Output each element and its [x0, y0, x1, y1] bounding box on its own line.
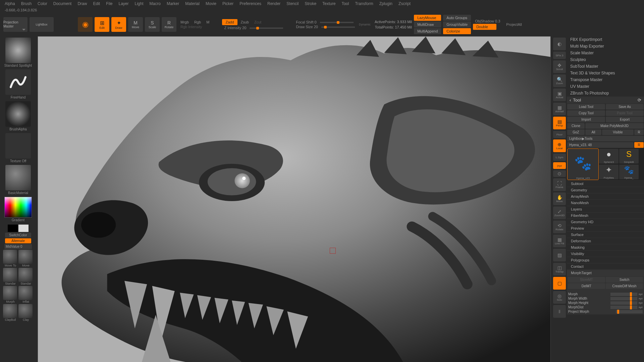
tool-thumb[interactable]: ●Sphere3: [599, 149, 619, 164]
plugin-item[interactable]: Multi Map Exporter: [567, 43, 644, 50]
section-surface[interactable]: Surface: [567, 231, 644, 238]
menu-item[interactable]: Texture: [322, 1, 335, 6]
section-deformation[interactable]: Deformation: [567, 238, 644, 244]
load-tool-button[interactable]: Load Tool: [567, 104, 605, 110]
project-morph-slider[interactable]: Project Morph: [568, 309, 643, 314]
section-preview[interactable]: Preview: [567, 225, 644, 231]
midvalue-slider[interactable]: MidValue 0: [4, 244, 32, 249]
brush-variant[interactable]: [18, 268, 33, 282]
polyf-button[interactable]: ▨: [553, 249, 566, 261]
floor-button[interactable]: Floor: [553, 131, 566, 138]
section-contact[interactable]: Contact: [567, 263, 644, 269]
linefill-button[interactable]: ▦Line Fill: [553, 235, 566, 247]
bpr-button[interactable]: ◐: [553, 38, 566, 50]
multidraw-toggle[interactable]: MultiDraw: [414, 21, 441, 27]
menu-item[interactable]: Stencil: [286, 1, 299, 6]
morph-width-slider[interactable]: Morph Widthxyz: [568, 296, 643, 301]
goz-r-button[interactable]: R: [634, 129, 644, 135]
frame-button[interactable]: ⛶Frame: [553, 178, 566, 191]
gradient-label[interactable]: Gradient: [12, 218, 24, 222]
section-geometry[interactable]: Geometry: [567, 187, 644, 193]
menu-item[interactable]: Material: [185, 1, 200, 6]
menu-item[interactable]: Light: [135, 1, 144, 6]
zadd-toggle[interactable]: Zadd: [222, 19, 237, 25]
persp-button[interactable]: ▤Persp: [553, 117, 566, 129]
refresh-icon[interactable]: ⟳: [638, 98, 641, 103]
alternate-button[interactable]: Alternate: [5, 238, 31, 243]
section-polygroups[interactable]: Polygroups: [567, 257, 644, 263]
objshadow-slider[interactable]: ObjShadow 0.3: [473, 19, 502, 23]
color-picker[interactable]: [4, 197, 32, 218]
material-thumbnail[interactable]: [5, 165, 31, 190]
menu-item[interactable]: Alpha: [5, 1, 15, 6]
tool-thumb[interactable]: 🐾Hyena_: [619, 165, 639, 179]
projectall-button[interactable]: ProjectAll: [504, 22, 524, 26]
section-masking[interactable]: Masking: [567, 244, 644, 250]
edit-button[interactable]: ⊞Edit: [95, 17, 109, 32]
export-button[interactable]: Export: [606, 117, 644, 122]
draw-size-slider[interactable]: Draw Size 20: [294, 25, 320, 29]
menu-item[interactable]: Marker: [167, 1, 179, 6]
plugin-item[interactable]: FBX ExportImport: [567, 36, 644, 43]
local-button[interactable]: ⊕Local: [553, 139, 566, 152]
section-fibermesh[interactable]: FiberMesh: [567, 212, 644, 219]
actual-button[interactable]: ▣Actual: [553, 88, 566, 101]
mrgb-toggle[interactable]: Mrgb: [178, 20, 191, 24]
brush-thumbnail[interactable]: [5, 38, 31, 63]
menu-item[interactable]: Document: [53, 1, 72, 6]
delmt-button[interactable]: DelMT: [568, 283, 605, 289]
menu-item[interactable]: Picker: [222, 1, 233, 6]
menu-item[interactable]: Stroke: [305, 1, 316, 6]
tool-thumb[interactable]: SSimpleB: [619, 149, 639, 164]
scale-button[interactable]: SScale: [145, 17, 160, 32]
menu-item[interactable]: Brush: [21, 1, 32, 6]
3d-viewport[interactable]: [38, 36, 551, 362]
plugin-item[interactable]: Sculpteo: [567, 56, 644, 63]
clone-button[interactable]: Clone: [567, 123, 585, 129]
brush-variant[interactable]: [3, 286, 17, 300]
tool-thumb-active[interactable]: 🐾Hyena_v23: [568, 149, 598, 180]
save-as-button[interactable]: Save As: [606, 104, 644, 110]
lazymouse-toggle[interactable]: LazyMouse: [414, 15, 441, 21]
z-intensity-slider[interactable]: Z Intensity 20: [222, 26, 248, 30]
paste-tool-button[interactable]: Paste Tool: [606, 110, 644, 116]
zcut-toggle[interactable]: Zcut: [252, 20, 263, 24]
menu-item[interactable]: Edit: [93, 1, 100, 6]
spix-slider[interactable]: SPix 3: [553, 52, 566, 59]
section-visibility[interactable]: Visibility: [567, 250, 644, 257]
solo-button[interactable]: ◎Solo: [553, 291, 566, 304]
section-morphtarget[interactable]: MorphTarget: [567, 269, 644, 276]
projection-master-button[interactable]: Projection Master: [3, 17, 28, 32]
lightbox-button[interactable]: LightBox: [30, 17, 54, 32]
brush-variant[interactable]: [18, 250, 33, 264]
goz-button[interactable]: GoZ: [567, 129, 585, 135]
brush-variant[interactable]: [3, 268, 17, 282]
alpha-thumbnail[interactable]: [5, 101, 31, 127]
transp-button[interactable]: ◫Transp: [553, 263, 566, 276]
plugin-item[interactable]: Scale Master: [567, 50, 644, 56]
plugin-item[interactable]: UV Master: [567, 83, 644, 90]
plugin-item[interactable]: SubTool Master: [567, 63, 644, 70]
plugin-item[interactable]: Text 3D & Vector Shapes: [567, 70, 644, 76]
lsym-button[interactable]: L.Sym: [553, 154, 566, 161]
switch-button[interactable]: Switch: [606, 277, 643, 283]
menu-item[interactable]: Tool: [341, 1, 349, 6]
menu-item[interactable]: Zplugin: [379, 1, 392, 6]
ghost-button[interactable]: ▢: [553, 277, 566, 290]
groupvisible-toggle[interactable]: GroupVisible: [443, 21, 471, 27]
zoom-button[interactable]: 🔍Zoom: [553, 74, 566, 87]
morph-height-slider[interactable]: Morph Heightxyz: [568, 301, 643, 305]
xyz-button[interactable]: (xyz: [553, 162, 566, 169]
draw-button[interactable]: ✦Draw: [111, 17, 126, 32]
brush-variant[interactable]: [18, 304, 33, 318]
copy-tool-button[interactable]: Copy Tool: [567, 110, 605, 116]
section-geometryhd[interactable]: Geometry HD: [567, 219, 644, 225]
autogroups-toggle[interactable]: Auto Groups: [443, 15, 471, 21]
tool-r-button[interactable]: R: [634, 142, 644, 148]
brush-variant[interactable]: [3, 250, 17, 264]
lightbox-tools-button[interactable]: Lightbox▶Tools: [567, 136, 644, 141]
multiappend-toggle[interactable]: MultiAppend: [414, 28, 441, 34]
menu-item[interactable]: Color: [38, 1, 47, 6]
section-layers[interactable]: Layers: [567, 206, 644, 212]
tool-panel-header[interactable]: ‹ Tool ⟳: [567, 97, 644, 104]
